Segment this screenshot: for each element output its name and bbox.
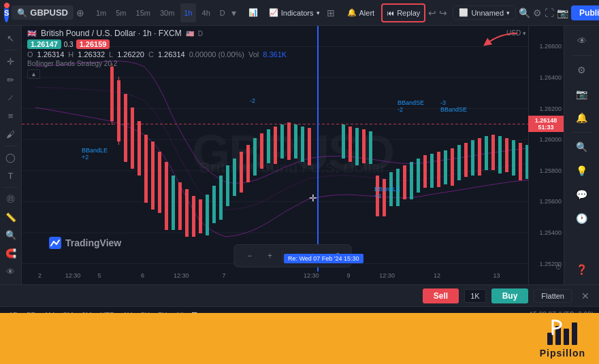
rp-ideas[interactable]: 💡	[571, 160, 593, 182]
tf-5m[interactable]: 5m	[112, 3, 129, 22]
shape-tool[interactable]: ◯	[2, 149, 20, 166]
svg-rect-49	[403, 165, 406, 199]
fibonacci-tool[interactable]: ㊃	[2, 191, 20, 208]
tf-1m[interactable]: 1m	[93, 3, 110, 22]
replay-icon: ⏮	[387, 9, 394, 17]
chart-header: 🇬🇧 British Pound / U.S. Dollar · 1h · FX…	[27, 29, 287, 78]
collapse-btn[interactable]: ▲	[27, 69, 287, 78]
svg-rect-59	[471, 140, 474, 176]
channel-tool[interactable]: ≡	[2, 107, 20, 125]
flatten-button[interactable]: Flatten	[534, 289, 572, 303]
change-value: 0.00000 (0.00%)	[189, 50, 244, 59]
layout-dropdown-icon: ▾	[506, 10, 510, 16]
chart-flags-extra: 🇺🇸	[186, 30, 194, 37]
chart-area: GBPUSD British Pound / U.S. Dollar 🇬🇧 Br…	[22, 26, 564, 284]
chart-title: British Pound / U.S. Dollar · 1h · FXCM	[41, 29, 182, 38]
svg-text:✛: ✛	[309, 193, 317, 203]
rp-alert[interactable]: 🔔	[571, 107, 593, 129]
time-label-5: 5	[97, 272, 101, 279]
svg-rect-51	[417, 159, 420, 193]
zoom-in-replay[interactable]: +	[262, 248, 278, 264]
rp-help[interactable]: ❓	[571, 259, 593, 280]
zoom-out-replay[interactable]: −	[242, 248, 258, 264]
tf-d[interactable]: D	[216, 3, 229, 22]
qty-box[interactable]: 1K	[464, 289, 485, 303]
orange-band: Pipsillon	[0, 313, 599, 364]
text-tool[interactable]: T	[2, 167, 20, 184]
tf-4h[interactable]: 4h	[199, 3, 214, 22]
svg-rect-14	[137, 121, 141, 176]
svg-rect-13	[131, 107, 134, 169]
magnet-tool[interactable]: 🧲	[2, 245, 20, 262]
svg-rect-20	[178, 182, 182, 230]
svg-rect-41	[349, 127, 352, 162]
indicators-btn[interactable]: 📈 Indicators ▾	[265, 3, 324, 22]
screenshot-btn[interactable]: 📷	[557, 3, 568, 22]
alert-btn[interactable]: 🔔 Alert	[343, 3, 379, 22]
svg-rect-31	[253, 138, 257, 176]
svg-rect-61	[485, 136, 488, 170]
tf-15m[interactable]: 15m	[133, 3, 154, 22]
brush-tool[interactable]: 🖌	[2, 126, 20, 143]
go-to-realtime[interactable]: ⏱	[555, 264, 562, 271]
zoom-btn[interactable]: 🔍	[519, 3, 530, 22]
cursor-tool[interactable]: ↖	[2, 30, 20, 47]
price-tag-3: 1.26159	[76, 39, 110, 49]
rp-chat[interactable]: 💬	[571, 184, 593, 205]
redo-btn[interactable]: ↪	[439, 3, 447, 22]
open-label: O	[27, 50, 33, 59]
rp-details[interactable]: ⚙	[571, 59, 593, 81]
undo-btn[interactable]: ↩	[428, 3, 436, 22]
svg-rect-21	[185, 189, 189, 237]
close-value: 1.26314	[158, 50, 185, 59]
svg-rect-23	[199, 199, 202, 233]
rp-watchlist[interactable]: 👁	[571, 30, 593, 52]
measure-tool[interactable]: 📏	[2, 209, 20, 226]
fullscreen-btn[interactable]: ⛶	[545, 3, 554, 22]
svg-rect-27	[226, 165, 229, 206]
tf-1h[interactable]: 1h	[180, 3, 195, 22]
svg-rect-30	[246, 145, 250, 182]
settings-btn[interactable]: ⚙	[533, 3, 542, 22]
crosshair-tool[interactable]: ✛	[2, 53, 20, 70]
chart-source: D	[198, 30, 203, 37]
user-avatar[interactable]: S	[4, 3, 9, 22]
trendline-tool[interactable]: ⟋	[2, 90, 20, 107]
rp-zoom[interactable]: 🔍	[571, 136, 593, 158]
rp-screenshot[interactable]: 📷	[571, 83, 593, 105]
low-label: L	[109, 50, 113, 59]
high-value: 1.26332	[78, 50, 105, 59]
svg-rect-26	[219, 176, 223, 220]
chart-type-btn[interactable]: 📊	[244, 3, 262, 22]
svg-rect-54	[437, 152, 440, 187]
top-toolbar: S 🔍 GBPUSD ⊕ 1m 5m 15m 30m 1h 4h D ▾ 📊 📈…	[0, 0, 599, 26]
layout-name-box[interactable]: ⬜ Unnamed ▾	[453, 5, 516, 20]
svg-rect-62	[491, 135, 495, 170]
zoom-area-tool[interactable]: 🔍	[2, 227, 20, 244]
sell-button[interactable]: Sell	[423, 288, 459, 303]
visibility-tool[interactable]: 👁	[2, 263, 20, 280]
publish-btn[interactable]: Publish	[571, 5, 599, 20]
svg-rect-16	[151, 142, 155, 210]
rp-history[interactable]: 🕐	[571, 208, 593, 229]
tf-dropdown[interactable]: ▾	[231, 3, 236, 22]
low-value: 1.26220	[117, 50, 144, 59]
close-label: C	[148, 50, 154, 59]
buy-button[interactable]: Buy	[491, 288, 529, 303]
symbol-search[interactable]: 🔍 GBPUSD	[12, 5, 74, 20]
replay-btn[interactable]: ⏮ Replay	[381, 3, 425, 22]
templates-btn[interactable]: ⊞	[327, 3, 335, 22]
svg-rect-77	[572, 322, 577, 345]
indicators-dropdown-icon: ▾	[317, 10, 320, 16]
svg-rect-53	[430, 154, 434, 188]
svg-rect-22	[192, 196, 195, 237]
price-tag-2: 0.3	[64, 41, 74, 48]
add-symbol-btn[interactable]: ⊕	[76, 3, 84, 22]
left-toolbar: ↖ ✛ ✏ ⟋ ≡ 🖌 ◯ T ㊃ 📏 🔍 🧲 👁	[0, 26, 22, 284]
svg-rect-52	[423, 155, 427, 188]
close-trading-btn[interactable]: ✕	[577, 288, 594, 304]
price-5: 1.25800	[539, 167, 562, 174]
tf-30m[interactable]: 30m	[157, 3, 178, 22]
svg-rect-57	[457, 145, 461, 180]
draw-tool[interactable]: ✏	[2, 71, 20, 88]
